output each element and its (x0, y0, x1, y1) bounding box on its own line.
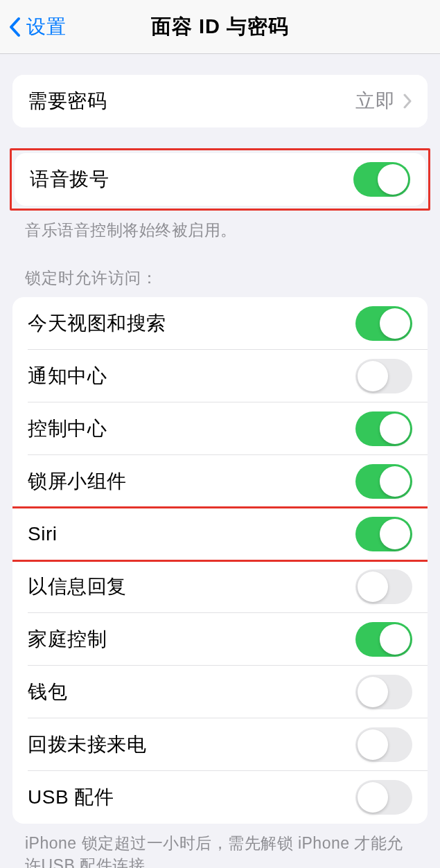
voice-dial-footer: 音乐语音控制将始终被启用。 (0, 211, 440, 241)
home-control-label: 家庭控制 (28, 626, 355, 653)
chevron-right-icon (403, 94, 412, 109)
toggle-knob (380, 466, 410, 497)
notification-center-toggle[interactable] (355, 359, 412, 393)
notification-center-label: 通知中心 (28, 363, 355, 389)
siri-row: Siri (12, 508, 428, 560)
reply-messages-label: 以信息回复 (28, 574, 355, 600)
usb-accessories-toggle[interactable] (355, 780, 412, 815)
require-passcode-row[interactable]: 需要密码 立即 (12, 75, 428, 127)
require-passcode-value: 立即 (355, 88, 396, 114)
return-missed-calls-row: 回拨未接来电 (12, 718, 428, 771)
voice-dial-group: 语音拨号 (15, 153, 425, 206)
toggle-knob (358, 572, 388, 602)
locked-access-header: 锁定时允许访问： (0, 267, 440, 297)
siri-label: Siri (28, 523, 355, 545)
wallet-row: 钱包 (12, 666, 428, 718)
usb-accessories-label: USB 配件 (28, 784, 355, 811)
toggle-knob (358, 677, 388, 707)
voice-dial-highlight: 语音拨号 (10, 148, 430, 211)
lock-screen-widgets-row: 锁屏小组件 (12, 455, 428, 508)
today-view-toggle[interactable] (355, 306, 412, 341)
notification-center-row: 通知中心 (12, 350, 428, 402)
lock-screen-widgets-toggle[interactable] (355, 464, 412, 499)
control-center-toggle[interactable] (355, 411, 412, 446)
toggle-knob (358, 782, 388, 813)
navigation-bar: 设置 面容 ID 与密码 (0, 0, 440, 54)
reply-messages-toggle[interactable] (355, 569, 412, 604)
return-missed-calls-toggle[interactable] (355, 727, 412, 762)
return-missed-calls-label: 回拨未接来电 (28, 732, 355, 758)
control-center-label: 控制中心 (28, 416, 355, 442)
wallet-label: 钱包 (28, 679, 355, 705)
home-control-row: 家庭控制 (12, 613, 428, 666)
toggle-knob (358, 361, 388, 391)
siri-toggle[interactable] (355, 517, 412, 551)
back-label: 设置 (26, 14, 67, 40)
chevron-left-icon (8, 17, 21, 37)
wallet-toggle[interactable] (355, 675, 412, 709)
locked-access-footer: iPhone 锁定超过一小时后，需先解锁 iPhone 才能允许USB 配件连接… (0, 824, 440, 868)
voice-dial-row: 语音拨号 (15, 153, 425, 206)
voice-dial-label: 语音拨号 (30, 166, 353, 193)
voice-dial-toggle[interactable] (353, 162, 410, 197)
control-center-row: 控制中心 (12, 402, 428, 455)
require-passcode-label: 需要密码 (28, 88, 355, 114)
toggle-knob (378, 164, 408, 195)
toggle-knob (380, 414, 410, 444)
toggle-knob (380, 308, 410, 339)
back-button[interactable]: 设置 (0, 14, 67, 40)
reply-messages-row: 以信息回复 (12, 560, 428, 613)
home-control-toggle[interactable] (355, 622, 412, 657)
today-view-label: 今天视图和搜索 (28, 310, 355, 337)
toggle-knob (380, 519, 410, 549)
toggle-knob (358, 729, 388, 760)
lock-screen-widgets-label: 锁屏小组件 (28, 468, 355, 495)
usb-accessories-row: USB 配件 (12, 771, 428, 824)
require-passcode-group: 需要密码 立即 (12, 75, 428, 127)
content-area: 需要密码 立即 语音拨号 音乐语音控制将始终被启用。 锁定时允许访问： 今天视图… (0, 75, 440, 868)
today-view-row: 今天视图和搜索 (12, 297, 428, 350)
toggle-knob (380, 624, 410, 655)
locked-access-group: 今天视图和搜索 通知中心 控制中心 锁屏小组件 Siri 以信息回复 家庭控制 (12, 297, 428, 824)
